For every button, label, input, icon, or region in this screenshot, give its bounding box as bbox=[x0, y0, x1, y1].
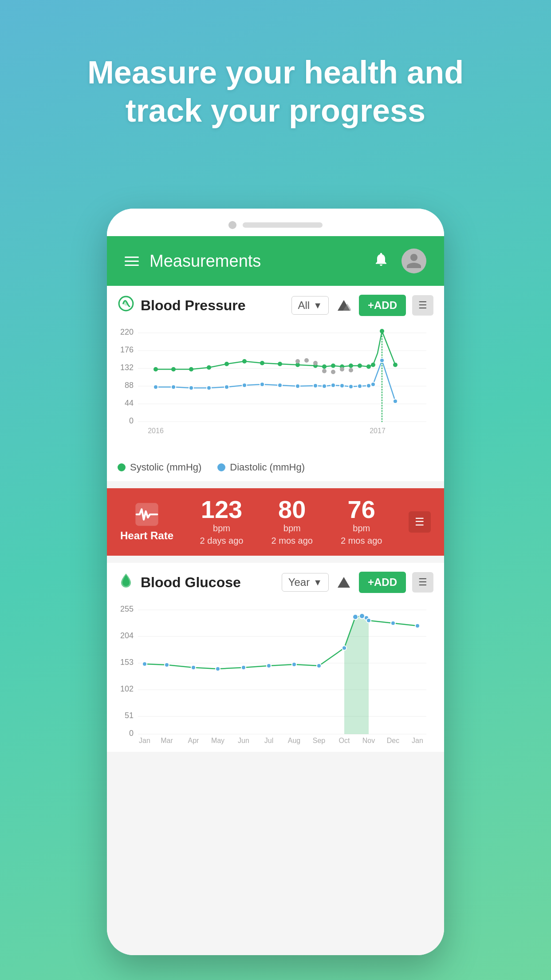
app-header: Measurements bbox=[107, 236, 444, 286]
hamburger-line bbox=[125, 265, 139, 266]
chevron-down-icon: ▼ bbox=[313, 577, 322, 588]
svg-text:Nov: Nov bbox=[362, 737, 375, 744]
hr-value-0: 123 bpm 2 days ago bbox=[200, 497, 244, 547]
hr-values: 123 bpm 2 days ago 80 bpm 2 mos ago 76 bbox=[186, 497, 396, 547]
svg-point-105 bbox=[415, 624, 420, 628]
hero-line2: track your progress bbox=[126, 93, 425, 128]
bg-card-header: Blood Glucose Year ▼ +ADD ☰ bbox=[107, 563, 444, 599]
notch-bar bbox=[243, 222, 323, 228]
bg-add-button[interactable]: +ADD bbox=[359, 572, 406, 593]
systolic-dot bbox=[118, 463, 126, 471]
header-right bbox=[373, 249, 426, 273]
chevron-down-icon: ▼ bbox=[313, 300, 322, 311]
svg-point-19 bbox=[153, 367, 158, 371]
svg-point-35 bbox=[371, 363, 375, 367]
phone-notch bbox=[107, 209, 444, 236]
avatar[interactable] bbox=[401, 249, 426, 273]
svg-text:0: 0 bbox=[129, 729, 134, 738]
bp-icon bbox=[118, 295, 134, 316]
svg-text:Oct: Oct bbox=[339, 737, 350, 744]
svg-text:44: 44 bbox=[125, 399, 134, 407]
bg-chart: 255 204 153 102 51 0 Jan Mar Apr bbox=[118, 604, 433, 746]
svg-point-41 bbox=[207, 386, 211, 390]
blood-pressure-card: Blood Pressure All ▼ +ADD ☰ 220 176 132 bbox=[107, 286, 444, 481]
svg-marker-65 bbox=[338, 577, 350, 588]
bp-legend: Systolic (mmHg) Diastolic (mmHg) bbox=[107, 457, 444, 481]
svg-point-100 bbox=[353, 614, 358, 620]
svg-point-33 bbox=[358, 364, 362, 368]
notch-dot bbox=[228, 221, 236, 229]
svg-point-1 bbox=[124, 301, 128, 306]
svg-text:May: May bbox=[211, 737, 224, 744]
bp-card-header: Blood Pressure All ▼ +ADD ☰ bbox=[107, 286, 444, 322]
hamburger-line bbox=[125, 257, 139, 258]
svg-point-32 bbox=[349, 364, 353, 368]
svg-point-104 bbox=[391, 621, 395, 625]
hero-text: Measure your health and track your progr… bbox=[0, 0, 551, 157]
systolic-legend: Systolic (mmHg) bbox=[118, 462, 201, 473]
bp-add-button[interactable]: +ADD bbox=[359, 295, 406, 316]
bp-menu-button[interactable]: ☰ bbox=[412, 295, 433, 316]
svg-text:132: 132 bbox=[120, 363, 134, 372]
systolic-label: Systolic (mmHg) bbox=[130, 462, 201, 473]
svg-point-57 bbox=[295, 359, 300, 364]
svg-point-51 bbox=[349, 384, 353, 389]
svg-point-47 bbox=[313, 383, 318, 388]
bell-icon[interactable] bbox=[373, 251, 389, 271]
svg-point-60 bbox=[322, 369, 327, 373]
svg-text:Sep: Sep bbox=[313, 737, 326, 744]
svg-point-46 bbox=[295, 384, 300, 388]
diastolic-dot bbox=[217, 463, 225, 471]
svg-text:Jun: Jun bbox=[238, 737, 249, 744]
bp-filter-value: All bbox=[298, 299, 310, 312]
hr-sub-2: bpm 2 mos ago bbox=[341, 522, 382, 547]
svg-text:Mar: Mar bbox=[161, 737, 173, 744]
svg-point-54 bbox=[371, 382, 375, 387]
svg-text:Jul: Jul bbox=[264, 737, 273, 744]
bp-chart-area: 220 176 132 88 44 0 2016 2017 bbox=[107, 322, 444, 457]
header-title: Measurements bbox=[150, 252, 261, 271]
svg-text:153: 153 bbox=[120, 658, 134, 667]
hr-value-2: 76 bpm 2 mos ago bbox=[341, 497, 382, 547]
svg-point-59 bbox=[313, 361, 318, 365]
svg-point-22 bbox=[207, 365, 211, 370]
svg-point-95 bbox=[241, 665, 246, 670]
bg-mountain-icon[interactable] bbox=[335, 573, 353, 591]
svg-point-103 bbox=[366, 618, 371, 623]
bg-filter-dropdown[interactable]: Year ▼ bbox=[282, 573, 329, 592]
svg-point-45 bbox=[278, 383, 282, 387]
svg-point-58 bbox=[304, 358, 309, 363]
mountain-icon[interactable] bbox=[335, 296, 353, 314]
svg-point-98 bbox=[317, 664, 321, 668]
svg-text:88: 88 bbox=[125, 381, 134, 390]
svg-point-36 bbox=[380, 329, 384, 333]
svg-point-61 bbox=[331, 370, 335, 374]
bg-title: Blood Glucose bbox=[141, 574, 276, 591]
svg-point-96 bbox=[267, 664, 271, 668]
diastolic-label: Diastolic (mmHg) bbox=[230, 462, 305, 473]
svg-text:220: 220 bbox=[120, 328, 134, 336]
svg-text:Dec: Dec bbox=[387, 737, 399, 744]
bp-title: Blood Pressure bbox=[141, 297, 285, 314]
hr-icon-area: Heart Rate bbox=[120, 502, 173, 542]
svg-point-52 bbox=[358, 384, 362, 388]
app-container: Measurements bbox=[107, 236, 444, 955]
svg-text:Aug: Aug bbox=[288, 737, 300, 744]
hr-menu-button[interactable]: ☰ bbox=[409, 511, 431, 533]
svg-point-21 bbox=[189, 367, 193, 371]
svg-point-55 bbox=[380, 358, 384, 363]
svg-point-63 bbox=[349, 368, 353, 372]
hamburger-menu[interactable] bbox=[125, 257, 139, 266]
svg-text:51: 51 bbox=[125, 711, 134, 720]
bp-filter-dropdown[interactable]: All ▼ bbox=[291, 296, 329, 315]
svg-text:Apr: Apr bbox=[188, 737, 200, 744]
bg-menu-button[interactable]: ☰ bbox=[412, 572, 433, 593]
bp-chart: 220 176 132 88 44 0 2016 2017 bbox=[118, 327, 433, 451]
svg-text:204: 204 bbox=[120, 631, 134, 640]
blood-glucose-card: Blood Glucose Year ▼ +ADD ☰ 255 204 153 bbox=[107, 563, 444, 752]
hr-number-2: 76 bbox=[341, 497, 382, 522]
svg-point-53 bbox=[366, 383, 371, 388]
hr-sub-1: bpm 2 mos ago bbox=[272, 522, 313, 547]
svg-point-49 bbox=[331, 383, 335, 387]
drop-icon bbox=[118, 572, 134, 593]
